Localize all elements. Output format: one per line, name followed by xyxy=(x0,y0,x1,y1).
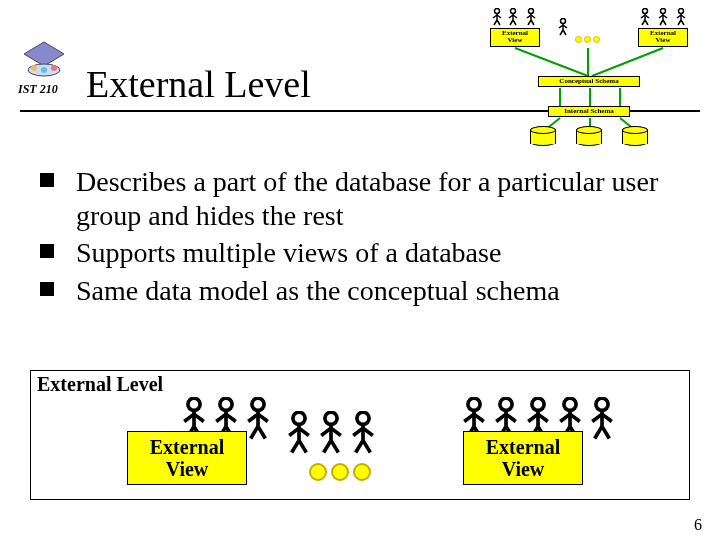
svg-marker-0 xyxy=(24,42,64,66)
person-icon xyxy=(318,411,344,455)
svg-point-86 xyxy=(357,412,369,424)
svg-point-116 xyxy=(596,398,608,410)
mini-conceptual-schema: Conceptual Schema xyxy=(538,76,640,87)
page-number: 6 xyxy=(694,516,702,534)
user-group-mid xyxy=(286,411,376,455)
slide-title: External Level xyxy=(86,62,311,106)
svg-point-56 xyxy=(188,398,200,410)
course-icon xyxy=(20,40,68,80)
person-icon xyxy=(350,411,376,455)
frame-title: External Level xyxy=(37,373,163,396)
svg-point-80 xyxy=(325,412,337,424)
bullet-marker-icon xyxy=(40,282,54,296)
mini-internal-schema: Internal Schema xyxy=(548,106,630,117)
svg-line-85 xyxy=(331,440,338,452)
database-icon xyxy=(622,126,648,146)
svg-line-49 xyxy=(592,48,663,76)
course-label: IST 210 xyxy=(18,82,58,97)
svg-point-68 xyxy=(252,398,264,410)
svg-line-90 xyxy=(356,440,363,452)
svg-point-98 xyxy=(500,398,512,410)
svg-point-2 xyxy=(31,65,37,71)
svg-line-73 xyxy=(258,426,265,438)
bullet-marker-icon xyxy=(40,244,54,258)
external-view-box-right: External View xyxy=(463,431,583,485)
bullet-text: Supports multiple views of a database xyxy=(76,236,700,270)
svg-point-62 xyxy=(220,398,232,410)
svg-line-121 xyxy=(602,426,609,438)
external-level-frame: External Level External View External Vi… xyxy=(30,370,690,500)
slide: IST 210 External Level ExternalView Exte… xyxy=(0,0,720,540)
svg-line-79 xyxy=(299,440,306,452)
svg-point-110 xyxy=(564,398,576,410)
person-icon xyxy=(286,411,312,455)
svg-point-92 xyxy=(468,398,480,410)
svg-point-4 xyxy=(51,65,57,71)
mini-three-schema-diagram: ExternalView ExternalView Conceptual Sch… xyxy=(490,6,700,146)
svg-line-47 xyxy=(515,48,588,76)
svg-point-3 xyxy=(41,67,47,73)
bullet-item: Supports multiple views of a database xyxy=(40,236,700,270)
svg-line-72 xyxy=(251,426,258,438)
svg-point-74 xyxy=(293,412,305,424)
bullet-marker-icon xyxy=(40,173,54,187)
ellipsis-circles xyxy=(309,463,371,481)
database-icon xyxy=(530,126,556,146)
svg-line-78 xyxy=(292,440,299,452)
database-icon xyxy=(576,126,602,146)
bullet-list: Describes a part of the database for a p… xyxy=(40,165,700,311)
person-icon xyxy=(245,397,271,441)
person-icon xyxy=(589,397,615,441)
bullet-text: Same data model as the conceptual schema xyxy=(76,274,700,308)
svg-line-120 xyxy=(595,426,602,438)
external-view-box-left: External View xyxy=(127,431,247,485)
svg-line-91 xyxy=(363,440,370,452)
bullet-item: Same data model as the conceptual schema xyxy=(40,274,700,308)
bullet-text: Describes a part of the database for a p… xyxy=(76,165,700,232)
bullet-item: Describes a part of the database for a p… xyxy=(40,165,700,232)
svg-line-84 xyxy=(324,440,331,452)
svg-point-104 xyxy=(532,398,544,410)
